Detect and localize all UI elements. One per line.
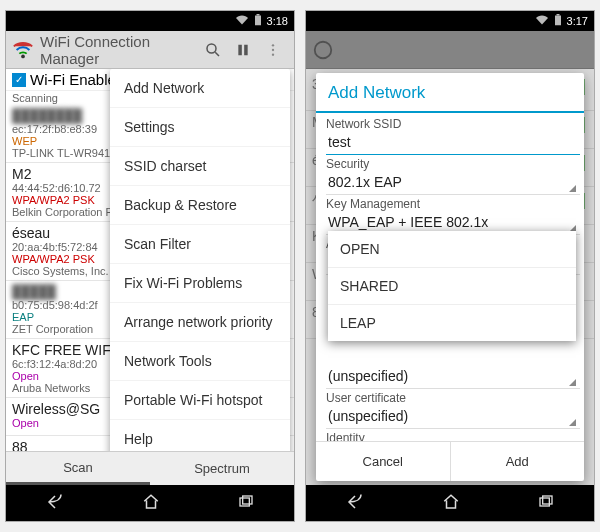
nav-home-icon[interactable] — [141, 493, 161, 514]
status-bar: 3:17 — [306, 11, 594, 31]
status-time: 3:18 — [267, 15, 288, 27]
menu-hotspot[interactable]: Portable Wi-Fi hotspot — [110, 381, 290, 420]
add-button[interactable]: Add — [451, 442, 585, 481]
android-navbar — [6, 485, 294, 521]
svg-rect-13 — [556, 14, 559, 16]
nav-recents-icon[interactable] — [236, 494, 256, 513]
svg-rect-16 — [543, 496, 552, 504]
ssid-label: Network SSID — [326, 117, 580, 131]
battery-status-icon — [554, 14, 562, 28]
nav-home-icon[interactable] — [441, 493, 461, 514]
wifi-status-icon — [535, 14, 549, 28]
usercert-label: User certificate — [326, 391, 580, 405]
title-bar: WiFi Connection Manager — [6, 31, 294, 69]
cancel-button[interactable]: Cancel — [316, 442, 451, 481]
svg-rect-1 — [256, 14, 259, 16]
tab-spectrum[interactable]: Spectrum — [150, 452, 294, 485]
wifi-status-icon — [235, 14, 249, 28]
menu-ssid-charset[interactable]: SSID charset — [110, 147, 290, 186]
svg-rect-6 — [244, 44, 248, 55]
auth-dropdown: OPEN SHARED LEAP — [328, 231, 576, 341]
svg-rect-12 — [555, 16, 561, 26]
tab-scan[interactable]: Scan — [6, 452, 150, 485]
menu-network-tools[interactable]: Network Tools — [110, 342, 290, 381]
content-area: 3樓 M2 éseau 小明 KFC Wire 88 Add Network N… — [306, 69, 594, 485]
hidden-select[interactable]: (unspecified) — [326, 365, 580, 389]
app-title: WiFi Connection Manager — [40, 33, 198, 67]
wifi-enabled-checkbox[interactable]: ✓ — [12, 73, 26, 87]
content-area: ✓ Wi-Fi Enabled Scanning ████████ ec:17:… — [6, 69, 294, 451]
ssid-input[interactable]: test — [326, 131, 580, 155]
nav-back-icon[interactable] — [344, 493, 366, 514]
security-select[interactable]: 802.1x EAP — [326, 171, 580, 195]
overflow-menu-icon[interactable] — [258, 35, 288, 65]
phone-left: 3:18 WiFi Connection Manager ✓ Wi-Fi Ena… — [5, 10, 295, 522]
battery-status-icon — [254, 14, 262, 28]
dialog-body: Network SSID test Security 802.1x EAP Ke… — [316, 113, 584, 441]
svg-point-7 — [272, 44, 274, 46]
nav-back-icon[interactable] — [44, 493, 66, 514]
keymgmt-label: Key Management — [326, 197, 580, 211]
dialog-buttons: Cancel Add — [316, 441, 584, 481]
android-navbar — [306, 485, 594, 521]
svg-point-9 — [272, 53, 274, 55]
pause-icon[interactable] — [228, 35, 258, 65]
auth-option-shared[interactable]: SHARED — [328, 268, 576, 305]
nav-recents-icon[interactable] — [536, 494, 556, 513]
svg-line-4 — [215, 52, 219, 56]
svg-rect-10 — [240, 498, 249, 506]
search-icon[interactable] — [198, 35, 228, 65]
status-bar: 3:18 — [6, 11, 294, 31]
security-label: Security — [326, 157, 580, 171]
menu-arrange-priority[interactable]: Arrange network priority — [110, 303, 290, 342]
menu-fix-wifi[interactable]: Fix Wi-Fi Problems — [110, 264, 290, 303]
menu-help[interactable]: Help — [110, 420, 290, 451]
svg-point-8 — [272, 48, 274, 50]
usercert-select[interactable]: (unspecified) — [326, 405, 580, 429]
menu-backup-restore[interactable]: Backup & Restore — [110, 186, 290, 225]
svg-rect-5 — [238, 44, 242, 55]
title-bar — [306, 31, 594, 69]
status-time: 3:17 — [567, 15, 588, 27]
svg-point-14 — [315, 41, 332, 58]
svg-point-3 — [207, 44, 216, 53]
auth-option-leap[interactable]: LEAP — [328, 305, 576, 341]
menu-settings[interactable]: Settings — [110, 108, 290, 147]
svg-rect-0 — [255, 16, 261, 26]
bottom-tabs: Scan Spectrum — [6, 451, 294, 485]
identity-label: Identity — [326, 431, 580, 441]
menu-scan-filter[interactable]: Scan Filter — [110, 225, 290, 264]
svg-rect-15 — [540, 498, 549, 506]
app-icon — [12, 39, 34, 61]
add-network-dialog: Add Network Network SSID test Security 8… — [316, 73, 584, 481]
auth-option-open[interactable]: OPEN — [328, 231, 576, 268]
phone-right: 3:17 3樓 M2 éseau 小明 KFC Wire 88 Add Netw… — [305, 10, 595, 522]
overflow-menu: Add Network Settings SSID charset Backup… — [110, 69, 290, 451]
app-icon — [312, 39, 334, 61]
svg-rect-11 — [243, 496, 252, 504]
menu-add-network[interactable]: Add Network — [110, 69, 290, 108]
dialog-title: Add Network — [316, 73, 584, 113]
svg-point-2 — [21, 54, 25, 58]
